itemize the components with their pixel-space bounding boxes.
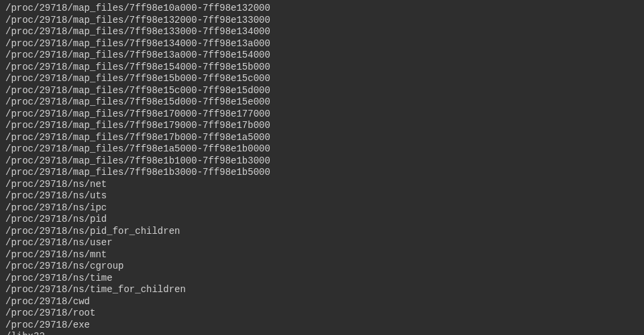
terminal-line: /proc/29718/map_files/7ff98e15b000-7ff98… [5, 73, 639, 85]
terminal-line: /proc/29718/ns/user [5, 237, 639, 249]
terminal-line: /proc/29718/cwd [5, 296, 639, 308]
terminal-line: /proc/29718/map_files/7ff98e10a000-7ff98… [5, 3, 639, 15]
terminal-line: /libx32 [5, 331, 639, 335]
terminal-line: /proc/29718/map_files/7ff98e13a000-7ff98… [5, 50, 639, 62]
terminal-line: /proc/29718/map_files/7ff98e154000-7ff98… [5, 62, 639, 74]
terminal-line: /proc/29718/ns/cgroup [5, 261, 639, 273]
terminal-line: /proc/29718/ns/time [5, 273, 639, 285]
terminal-line: /proc/29718/map_files/7ff98e1b1000-7ff98… [5, 155, 639, 168]
terminal-line: /proc/29718/map_files/7ff98e179000-7ff98… [5, 120, 639, 132]
terminal-line: /proc/29718/ns/mnt [5, 249, 639, 261]
terminal-line: /proc/29718/map_files/7ff98e15d000-7ff98… [5, 96, 639, 109]
terminal-line: /proc/29718/ns/ipc [5, 202, 639, 214]
terminal-line: /proc/29718/map_files/7ff98e133000-7ff98… [5, 26, 639, 38]
terminal-line: /proc/29718/map_files/7ff98e1b3000-7ff98… [5, 167, 639, 179]
terminal-line: /proc/29718/ns/uts [5, 190, 639, 202]
terminal-line: /proc/29718/map_files/7ff98e15c000-7ff98… [5, 85, 639, 97]
terminal-line: /proc/29718/map_files/7ff98e134000-7ff98… [5, 38, 639, 50]
terminal-line: /proc/29718/ns/pid [5, 214, 639, 226]
terminal-line: /proc/29718/map_files/7ff98e1a5000-7ff98… [5, 143, 639, 155]
terminal-line: /proc/29718/root [5, 308, 639, 320]
terminal-line: /proc/29718/map_files/7ff98e132000-7ff98… [5, 15, 639, 27]
terminal-output: /proc/29718/map_files/7ff98e10a000-7ff98… [5, 3, 639, 335]
terminal-line: /proc/29718/map_files/7ff98e17b000-7ff98… [5, 132, 639, 144]
terminal-line: /proc/29718/map_files/7ff98e170000-7ff98… [5, 109, 639, 121]
terminal-line: /proc/29718/ns/net [5, 179, 639, 191]
terminal-line: /proc/29718/ns/pid_for_children [5, 226, 639, 238]
terminal-line: /proc/29718/ns/time_for_children [5, 284, 639, 296]
terminal-line: /proc/29718/exe [5, 320, 639, 332]
